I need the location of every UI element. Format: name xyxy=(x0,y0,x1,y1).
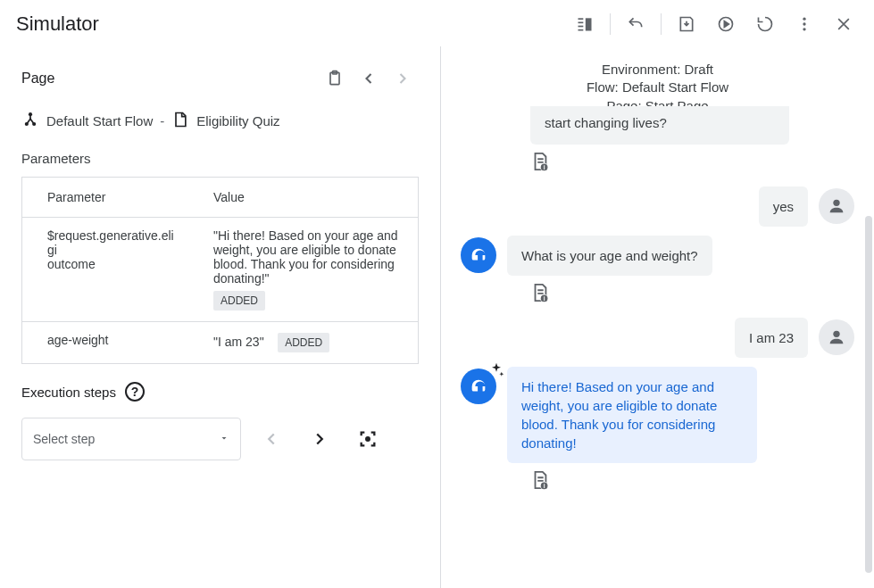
header-actions xyxy=(567,6,862,42)
select-step-dropdown[interactable]: Select step xyxy=(21,418,241,460)
parameters-table: Parameter Value $request.generative.elig… xyxy=(21,177,419,364)
clipboard-icon[interactable] xyxy=(319,62,351,95)
svg-rect-1 xyxy=(579,22,584,24)
param-value: "I am 23" xyxy=(213,335,264,349)
meta-flow: Flow: Default Start Flow xyxy=(441,79,874,96)
message-info-row: i xyxy=(461,152,854,174)
avatar xyxy=(461,237,496,273)
page-section-label: Page xyxy=(21,70,54,87)
undo-icon[interactable] xyxy=(618,6,653,42)
execution-steps-label: Execution steps xyxy=(21,385,116,400)
more-icon[interactable] xyxy=(787,6,822,42)
help-icon[interactable]: ? xyxy=(125,382,145,402)
user-message: yes xyxy=(759,186,808,227)
divider xyxy=(610,13,611,35)
svg-point-14 xyxy=(366,437,370,441)
document-info-icon[interactable]: i xyxy=(530,291,550,305)
value-header: Value xyxy=(188,178,419,218)
document-info-icon[interactable]: i xyxy=(530,478,550,493)
select-placeholder: Select step xyxy=(33,432,95,446)
svg-point-22 xyxy=(833,330,839,336)
svg-text:i: i xyxy=(544,295,545,302)
svg-point-6 xyxy=(803,18,805,21)
document-info-icon[interactable]: i xyxy=(530,160,550,174)
bot-message-row: What is your age and weight? xyxy=(461,236,854,276)
header: Simulator xyxy=(0,0,874,46)
meta-env: Environment: Draft xyxy=(441,61,874,79)
avatar xyxy=(819,188,854,224)
focus-icon[interactable] xyxy=(350,421,386,457)
svg-text:i: i xyxy=(544,483,545,489)
param-name: age-weight xyxy=(22,322,188,364)
svg-point-11 xyxy=(29,112,32,116)
chevron-right-icon[interactable] xyxy=(387,62,419,95)
toggle-panel-icon[interactable] xyxy=(567,6,603,42)
svg-rect-4 xyxy=(586,18,592,30)
left-panel: Page Default Start Flow - xyxy=(0,46,441,588)
generative-message: Hi there! Based on your age and weight, … xyxy=(507,367,757,463)
chevron-down-icon xyxy=(219,432,229,446)
status-badge: ADDED xyxy=(213,291,265,311)
user-message: I am 23 xyxy=(735,318,808,358)
user-message-row: yes xyxy=(461,186,854,227)
bot-message-truncated: start changing lives? xyxy=(530,106,789,145)
breadcrumb-flow[interactable]: Default Start Flow xyxy=(46,113,153,128)
param-value-cell: "I am 23" ADDED xyxy=(188,322,419,364)
param-name: $request.generative.eligi outcome xyxy=(22,218,188,322)
breadcrumb: Default Start Flow - Eligibility Quiz xyxy=(21,111,419,131)
status-badge: ADDED xyxy=(278,333,329,352)
svg-point-8 xyxy=(803,28,805,30)
table-row: $request.generative.eligi outcome "Hi th… xyxy=(22,218,419,322)
step-prev-button[interactable] xyxy=(254,421,289,457)
svg-rect-2 xyxy=(579,26,584,28)
play-icon[interactable] xyxy=(708,6,744,42)
scrollbar[interactable] xyxy=(865,216,872,573)
avatar xyxy=(819,319,854,355)
bot-message: What is your age and weight? xyxy=(507,236,712,276)
breadcrumb-page[interactable]: Eligibility Quiz xyxy=(196,113,279,128)
page-title: Simulator xyxy=(16,12,99,36)
sparkle-icon xyxy=(487,361,505,382)
chat-thread: start changing lives? i yes What is your… xyxy=(441,120,874,514)
parameters-title: Parameters xyxy=(21,151,419,166)
svg-point-13 xyxy=(32,122,36,126)
step-controls: Select step xyxy=(21,418,419,460)
page-icon xyxy=(171,111,189,131)
breadcrumb-separator: - xyxy=(160,113,164,128)
reset-icon[interactable] xyxy=(747,6,783,42)
svg-text:i: i xyxy=(544,164,545,170)
divider xyxy=(661,13,662,35)
chat-panel: Environment: Draft Flow: Default Start F… xyxy=(441,46,874,588)
close-icon[interactable] xyxy=(826,6,862,42)
step-next-button[interactable] xyxy=(302,421,337,457)
generative-message-row: Hi there! Based on your age and weight, … xyxy=(461,367,854,463)
avatar xyxy=(461,369,496,404)
page-section-header: Page xyxy=(21,62,419,95)
message-info-row: i xyxy=(461,470,854,493)
param-header: Parameter xyxy=(22,178,188,218)
param-value-cell: "Hi there! Based on your age and weight,… xyxy=(188,218,419,322)
svg-rect-3 xyxy=(579,29,584,31)
svg-point-7 xyxy=(803,22,805,25)
user-message-row: I am 23 xyxy=(461,318,854,358)
svg-point-12 xyxy=(25,122,29,126)
execution-steps-header: Execution steps ? xyxy=(21,382,419,402)
chevron-left-icon[interactable] xyxy=(353,62,385,95)
svg-rect-0 xyxy=(579,18,584,20)
message-info-row: i xyxy=(461,283,854,305)
table-row: age-weight "I am 23" ADDED xyxy=(22,322,419,364)
save-icon[interactable] xyxy=(669,6,704,42)
param-value: "Hi there! Based on your age and weight,… xyxy=(213,228,405,286)
svg-point-18 xyxy=(833,199,839,205)
main: Page Default Start Flow - xyxy=(0,46,874,588)
flow-icon xyxy=(21,111,39,131)
